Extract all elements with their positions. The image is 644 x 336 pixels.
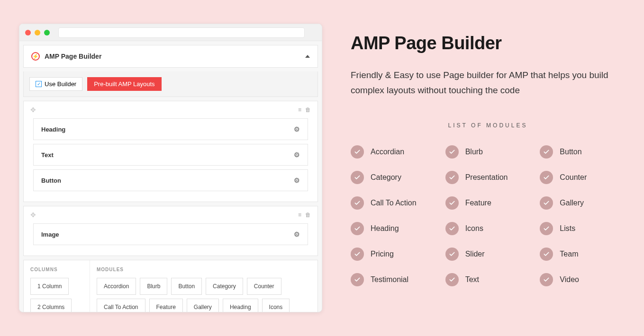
module-list-label: Text [465,275,479,284]
check-icon [540,171,553,184]
columns-panel: Columns 1 Column2 Columns [24,260,90,312]
check-icon [445,171,459,184]
check-icon [540,145,553,159]
module-list-label: Lists [560,224,575,233]
maximize-dot[interactable] [44,30,50,35]
module-row[interactable]: Button⚙ [33,169,308,191]
list-of-modules-label: LIST OF MODULES [351,122,625,129]
page-description: Friendly & Easy to use Page builder for … [351,68,625,98]
module-option[interactable]: Heading [223,299,258,312]
module-list-item: Presentation [445,171,531,184]
checkbox-icon: ✓ [36,81,42,87]
list-icon[interactable]: ≡ [298,106,300,113]
module-list-item: Icons [445,222,531,235]
module-list-label: Accordian [371,148,404,156]
module-list-item: Feature [445,196,531,210]
column-option[interactable]: 1 Column [30,278,69,295]
trash-icon[interactable]: 🗑 [305,212,311,218]
module-list-label: Pricing [371,250,394,258]
module-option[interactable]: Counter [247,278,281,295]
check-icon [351,273,364,286]
builder-title: AMP Page Builder [45,53,101,60]
check-icon [445,196,459,210]
module-list-label: Testimonial [371,275,408,284]
module-list-label: Call To Action [371,199,417,207]
module-list-label: Slider [465,250,485,258]
window-chrome [19,24,322,41]
collapse-caret-icon[interactable] [305,55,310,58]
module-list-label: Heading [371,224,399,233]
module-option[interactable]: Blurb [140,278,167,295]
check-icon [351,145,364,159]
module-list-item: Blurb [445,145,531,159]
check-icon [445,248,459,261]
module-list-item: Category [351,171,436,184]
address-bar[interactable] [58,27,305,38]
prebuilt-layouts-button[interactable]: Pre-built AMP Layouts [87,77,161,91]
module-list-item: Slider [445,248,531,261]
module-list-item: Testimonial [351,273,436,286]
check-icon [351,222,364,235]
drag-handle-icon[interactable]: ✥ [30,106,36,114]
check-icon [540,273,553,286]
check-icon [540,248,553,261]
gear-icon[interactable]: ⚙ [294,151,300,159]
module-list-item: Team [540,248,625,261]
gear-icon[interactable]: ⚙ [294,125,300,133]
module-list-item: Lists [540,222,625,235]
module-option[interactable]: Feature [149,299,183,312]
column-option[interactable]: 2 Columns [30,299,72,312]
list-icon[interactable]: ≡ [298,212,300,218]
check-icon [540,222,553,235]
builder-section: ✥≡🗑Image⚙ [23,206,318,256]
module-row[interactable]: Heading⚙ [33,118,308,140]
module-list-item: Gallery [540,196,625,210]
module-list-label: Icons [465,224,483,233]
trash-icon[interactable]: 🗑 [305,106,311,113]
gear-icon[interactable]: ⚙ [294,230,300,238]
use-builder-label: Use Builder [45,80,76,88]
module-list-label: Team [560,250,578,258]
modules-label: Modules [97,267,311,272]
module-list-item: Counter [540,171,625,184]
module-list-label: Gallery [560,199,584,207]
module-row-label: Heading [41,126,65,133]
module-row-label: Image [41,231,59,238]
bolt-icon: ⚡ [31,52,40,61]
module-row[interactable]: Text⚙ [33,144,308,166]
minimize-dot[interactable] [35,30,40,35]
drag-handle-icon[interactable]: ✥ [30,211,36,219]
module-list-item: Text [445,273,531,286]
module-option[interactable]: Icons [262,299,290,312]
module-list-item: Pricing [351,248,436,261]
check-icon [445,145,459,159]
check-icon [351,196,364,210]
module-option[interactable]: Gallery [187,299,219,312]
builder-section: ✥≡🗑Heading⚙Text⚙Button⚙ [23,101,318,202]
module-list-label: Feature [465,199,491,207]
module-list-label: Presentation [465,173,508,182]
marketing-panel: AMP Page Builder Friendly & Easy to use … [351,24,625,312]
module-list-item: Button [540,145,625,159]
bottom-panel: Columns 1 Column2 Columns Modules Accord… [23,260,318,312]
module-option[interactable]: Call To Action [97,299,145,312]
use-builder-checkbox[interactable]: ✓ Use Builder [29,77,82,91]
module-list-item: Video [540,273,625,286]
module-option[interactable]: Button [171,278,202,295]
gear-icon[interactable]: ⚙ [294,177,300,184]
modules-panel: Modules AccordionBlurbButtonCategoryCoun… [90,260,317,312]
close-dot[interactable] [25,30,31,35]
module-list-item: Call To Action [351,196,436,210]
page-title: AMP Page Builder [351,33,625,53]
module-option[interactable]: Accordion [97,278,136,295]
builder-window: ⚡ AMP Page Builder ✓ Use Builder Pre-bui… [19,24,322,312]
module-list-label: Category [371,173,401,182]
module-list-label: Blurb [465,148,483,156]
module-list-label: Video [560,275,579,284]
check-icon [445,273,459,286]
builder-header[interactable]: ⚡ AMP Page Builder [23,45,318,68]
module-row[interactable]: Image⚙ [33,223,308,245]
module-option[interactable]: Category [206,278,243,295]
check-icon [351,171,364,184]
module-list-item: Heading [351,222,436,235]
